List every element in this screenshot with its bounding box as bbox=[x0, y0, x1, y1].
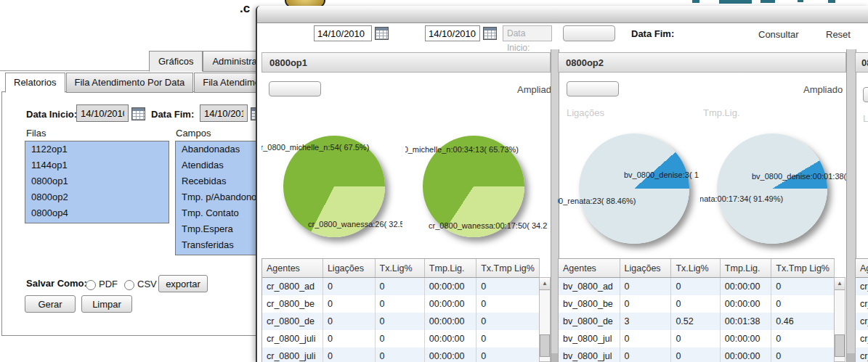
salvar-como-label: Salvar Como: bbox=[26, 278, 87, 289]
pie-slice-label: bv_0800_renata:23( 88.46%) bbox=[558, 197, 636, 205]
pie-slice-label: cr_0800_wanessa:00:17:50( 34.27%) bbox=[429, 221, 548, 230]
list-item[interactable]: 1122op1 bbox=[25, 141, 169, 157]
calendar-icon[interactable] bbox=[131, 107, 145, 120]
toolbar-data-fim-label: Data Fim: bbox=[631, 28, 674, 39]
table-row[interactable]: cr_ bbox=[856, 295, 868, 313]
background-fragment bbox=[692, 0, 699, 3]
panel-title-0800op1: 0800op1 bbox=[261, 52, 551, 73]
empty-field[interactable] bbox=[563, 25, 615, 41]
report-tab-bar: Relatorios Fila Atendimento Por Data Fil… bbox=[5, 73, 290, 93]
table-row[interactable]: cr_ bbox=[856, 313, 868, 330]
pdf-radio-label: PDF bbox=[99, 279, 118, 289]
tab-relatorios[interactable]: Relatorios bbox=[5, 73, 65, 93]
table-row[interactable]: cr_ bbox=[856, 347, 868, 362]
exportar-button[interactable]: exportar bbox=[158, 275, 208, 292]
pie-chart bbox=[717, 133, 827, 244]
panel-title-partial: 08 bbox=[855, 52, 868, 73]
table-row[interactable]: bv_0800_jul0000:00:000 bbox=[559, 330, 835, 347]
list-item[interactable]: Tmp. p/Abandono bbox=[176, 189, 257, 205]
screen: .c Gráficos Administrar Fi Relatorios Fi… bbox=[0, 0, 868, 362]
tab-graficos[interactable]: Gráficos bbox=[149, 51, 203, 72]
filas-label: Filas bbox=[26, 128, 46, 139]
agents-table-partial: Agcr_cr_cr_cr_cr_ bbox=[855, 258, 868, 362]
calendar-icon[interactable] bbox=[483, 27, 497, 40]
table-row[interactable]: cr_ bbox=[856, 278, 868, 296]
data-inicio-disabled-field: Data Inicio: bbox=[503, 25, 552, 41]
pdf-radio[interactable] bbox=[86, 280, 96, 290]
data-fim-label: Data Fim: bbox=[151, 109, 194, 120]
column-header[interactable]: Agentes bbox=[559, 259, 620, 278]
chart-title: Tmp.Lig. bbox=[703, 107, 740, 118]
table-row[interactable]: cr_0800_juli0000:00:000 bbox=[262, 330, 540, 347]
window-titlebar[interactable] bbox=[257, 6, 868, 23]
scroll-up-icon[interactable]: ▲ bbox=[835, 278, 845, 290]
list-item[interactable]: Tmp.Espera bbox=[176, 221, 257, 237]
column-header[interactable]: Ligações bbox=[323, 259, 375, 278]
table-row[interactable]: bv_0800_ad0000:00:000 bbox=[559, 278, 835, 296]
scrollbar-thumb[interactable] bbox=[540, 334, 550, 357]
list-item[interactable]: 0800op2 bbox=[25, 189, 169, 205]
column-header[interactable]: Ag bbox=[856, 259, 868, 278]
table2-scrollbar[interactable]: ▲ bbox=[834, 277, 845, 362]
limpar-button[interactable]: Limpar bbox=[81, 295, 132, 313]
list-item[interactable]: 1144op1 bbox=[25, 157, 169, 173]
consultar-button[interactable]: Consultar bbox=[758, 29, 799, 40]
column-header[interactable]: Tx.Tmp Lig% bbox=[476, 259, 540, 278]
table-row[interactable]: bv_0800_jul0000:00:000 bbox=[559, 347, 835, 362]
column-header[interactable]: Agentes bbox=[262, 259, 323, 278]
column-header[interactable]: Tmp.Lig. bbox=[424, 259, 476, 278]
table-row[interactable]: bv_0800_de30.5200:01:380.46 bbox=[559, 313, 835, 330]
agents-table-0800op1: AgentesLigaçõesTx.Lig%Tmp.Lig.Tx.Tmp Lig… bbox=[261, 258, 540, 362]
pie-slice-label: cr_0800_michelle_n:54( 67.5%) bbox=[261, 143, 369, 152]
pie-slice-label: cr_0800_michelle_n:00:34:13( 65.73%) bbox=[405, 145, 519, 154]
scrollbar-thumb[interactable] bbox=[835, 334, 845, 357]
table-row[interactable]: cr_ bbox=[856, 330, 868, 347]
panel-title-0800op2: 0800op2 bbox=[558, 52, 846, 73]
start-date-input[interactable] bbox=[314, 25, 372, 41]
list-item[interactable]: 0800op1 bbox=[25, 173, 169, 189]
agents-table-0800op2: AgentesLigaçõesTx.Lig%Tmp.Lig.Tx.Tmp Lig… bbox=[558, 258, 835, 362]
list-item[interactable]: Tmp. Contato bbox=[176, 205, 257, 221]
table-row[interactable]: cr_0800_be0000:00:000 bbox=[262, 295, 540, 313]
chart-tmplig-0800op2: Tmp.Lig. bv_0800_denise:00:01:38( 8.51%)… bbox=[700, 73, 846, 254]
pie-slice-label: cr_0800_wanessa:26( 32.5%) bbox=[308, 220, 402, 229]
table1-scrollbar[interactable]: ▲ bbox=[539, 277, 551, 362]
list-item[interactable]: Recebidas bbox=[176, 173, 257, 189]
filas-listbox[interactable]: 1122op11144op10800op10800op20800op4 bbox=[25, 141, 169, 223]
table-row[interactable]: cr_0800_de0000:00:000 bbox=[262, 313, 540, 330]
pie-slice-label: bv_0800_denise:3( 11.54%) bbox=[624, 170, 699, 179]
campos-listbox[interactable]: AbandonadasAtendidasRecebidasTmp. p/Aban… bbox=[175, 141, 258, 255]
table-row[interactable]: cr_0800_juli0000:00:000 bbox=[262, 347, 540, 362]
pie-slice-label: bv_0800_denise:00:01:38( 8.51%) bbox=[752, 172, 846, 181]
chart-ligacoes-0800op1: cr_0800_michelle_n:54( 67.5%)cr_0800_wan… bbox=[261, 73, 402, 254]
pie-slice-label: bv_0800_renata:00:17:34( 91.49%) bbox=[700, 194, 783, 203]
list-item[interactable]: Transferidas bbox=[176, 237, 257, 253]
data-fim-input[interactable] bbox=[200, 104, 248, 122]
pie-chart bbox=[579, 133, 689, 244]
column-header[interactable]: Tx.Tmp Lig% bbox=[771, 259, 835, 278]
reset-button[interactable]: Reset bbox=[826, 29, 851, 40]
list-item[interactable]: 0800op4 bbox=[25, 205, 169, 221]
background-fragment bbox=[798, 0, 803, 2]
panel3-button[interactable] bbox=[863, 87, 868, 102]
column-header[interactable]: Tmp.Lig. bbox=[720, 259, 771, 278]
csv-radio[interactable] bbox=[124, 280, 134, 290]
list-item[interactable]: Atendidas bbox=[176, 157, 257, 173]
end-date-input[interactable] bbox=[425, 25, 480, 41]
column-header[interactable]: Tx.Lig% bbox=[671, 259, 720, 278]
data-inicio-input[interactable] bbox=[76, 104, 129, 122]
data-inicio-label: Data Inicio: bbox=[26, 109, 77, 120]
column-header[interactable]: Tx.Lig% bbox=[375, 259, 424, 278]
chart-title: L bbox=[863, 113, 868, 124]
list-item[interactable]: Abandonadas bbox=[176, 141, 257, 157]
chart-ligacoes-0800op2: Ligações bv_0800_denise:3( 11.54%)bv_080… bbox=[558, 73, 699, 254]
panel-0800op-partial: 08 L Agcr_cr_cr_cr_cr_ bbox=[855, 49, 868, 362]
background-fragment bbox=[719, 0, 752, 4]
table-row[interactable]: bv_0800_be0000:00:000 bbox=[559, 295, 835, 313]
calendar-icon[interactable] bbox=[375, 27, 389, 40]
table-row[interactable]: cr_0800_ad0000:00:000 bbox=[262, 278, 540, 296]
tab-fila-atendimento-por-data[interactable]: Fila Atendimento Por Data bbox=[66, 73, 194, 93]
gerar-button[interactable]: Gerar bbox=[25, 295, 76, 313]
scroll-up-icon[interactable]: ▲ bbox=[540, 278, 550, 290]
column-header[interactable]: Ligações bbox=[620, 259, 671, 278]
